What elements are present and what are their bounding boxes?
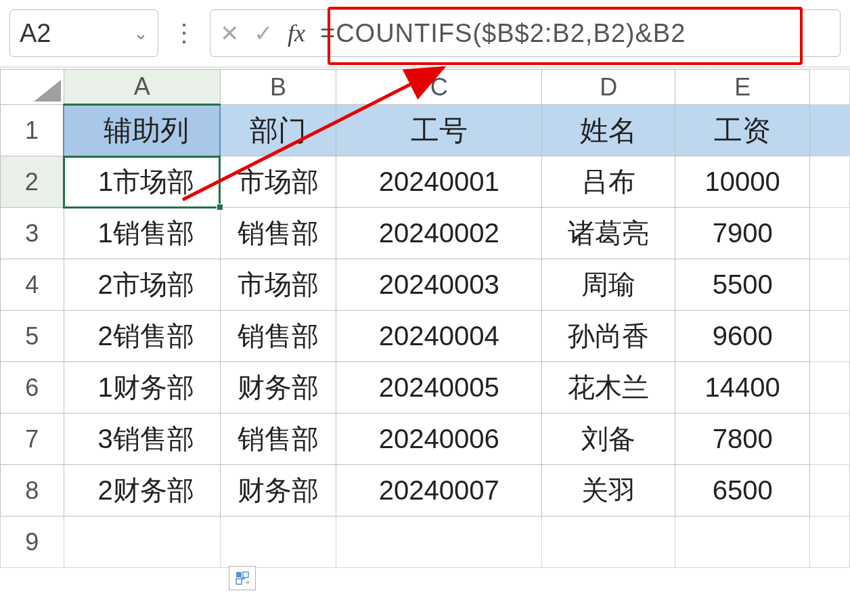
row-header-1[interactable]: 1 bbox=[1, 105, 64, 156]
row-header-5[interactable]: 5 bbox=[1, 311, 64, 362]
cell-C8[interactable]: 20240007 bbox=[336, 465, 542, 516]
cell-B6[interactable]: 财务部 bbox=[220, 362, 336, 414]
cell-D8[interactable]: 关羽 bbox=[542, 465, 675, 516]
cell-A4[interactable]: 2市场部 bbox=[64, 259, 220, 311]
row-header-3[interactable]: 3 bbox=[1, 208, 64, 259]
cell-B4[interactable]: 市场部 bbox=[220, 259, 336, 311]
cell-B2[interactable]: 市场部 bbox=[220, 156, 336, 208]
cell-F4[interactable] bbox=[809, 259, 849, 311]
col-header-C[interactable]: C bbox=[336, 70, 542, 105]
cell-E1[interactable]: 工资 bbox=[675, 105, 809, 156]
col-header-E[interactable]: E bbox=[675, 70, 809, 105]
cell-B8[interactable]: 财务部 bbox=[220, 465, 336, 516]
row-header-2[interactable]: 2 bbox=[1, 156, 64, 208]
cell-C3[interactable]: 20240002 bbox=[336, 208, 542, 259]
cell-C1[interactable]: 工号 bbox=[336, 105, 542, 156]
svg-rect-3 bbox=[243, 572, 248, 577]
cell-D6[interactable]: 花木兰 bbox=[542, 362, 675, 414]
cell-C5[interactable]: 20240004 bbox=[336, 311, 542, 362]
cell-F8[interactable] bbox=[809, 465, 849, 516]
cell-A8[interactable]: 2财务部 bbox=[64, 465, 220, 516]
cell-E2[interactable]: 10000 bbox=[675, 156, 809, 208]
cell-B1[interactable]: 部门 bbox=[220, 105, 336, 156]
cell-E7[interactable]: 7800 bbox=[675, 414, 809, 465]
col-header-F[interactable] bbox=[809, 70, 849, 105]
cell-D9[interactable] bbox=[542, 516, 675, 568]
cell-A1[interactable]: 辅助列 bbox=[64, 105, 220, 156]
autofill-options-button[interactable]: + bbox=[229, 566, 256, 590]
cell-A7[interactable]: 3销售部 bbox=[64, 414, 220, 465]
cell-F1[interactable] bbox=[809, 105, 849, 156]
col-header-D[interactable]: D bbox=[542, 70, 675, 105]
cell-B5[interactable]: 销售部 bbox=[220, 311, 336, 362]
row-header-8[interactable]: 8 bbox=[1, 465, 64, 516]
svg-rect-2 bbox=[236, 572, 242, 577]
cell-C9[interactable] bbox=[336, 516, 542, 568]
formula-text[interactable]: =COUNTIFS($B$2:B2,B2)&B2 bbox=[320, 19, 686, 48]
cell-A9[interactable] bbox=[64, 516, 220, 568]
row-header-9[interactable]: 9 bbox=[1, 516, 64, 568]
col-header-A[interactable]: A bbox=[64, 70, 220, 105]
row-header-6[interactable]: 6 bbox=[1, 362, 64, 414]
cell-D3[interactable]: 诸葛亮 bbox=[542, 208, 675, 259]
chevron-down-icon[interactable]: ⌄ bbox=[133, 23, 148, 44]
cell-F9[interactable] bbox=[809, 516, 849, 568]
menu-dots-icon[interactable]: ⋮ bbox=[169, 19, 199, 47]
cell-A2-value: 1市场部 bbox=[98, 167, 194, 196]
cell-D1[interactable]: 姓名 bbox=[542, 105, 675, 156]
cell-D2[interactable]: 吕布 bbox=[542, 156, 675, 208]
spreadsheet-grid[interactable]: A B C D E 1 辅助列 部门 工号 姓名 工资 2 1市场部 市场部 bbox=[0, 69, 850, 568]
select-all-corner[interactable] bbox=[1, 70, 64, 105]
cell-B9[interactable] bbox=[220, 516, 336, 568]
row-header-4[interactable]: 4 bbox=[1, 259, 64, 311]
svg-rect-4 bbox=[236, 579, 242, 584]
cell-C7[interactable]: 20240006 bbox=[336, 414, 542, 465]
cell-C4[interactable]: 20240003 bbox=[336, 259, 542, 311]
col-header-B[interactable]: B bbox=[220, 70, 336, 105]
cell-D4[interactable]: 周瑜 bbox=[542, 259, 675, 311]
cell-D5[interactable]: 孙尚香 bbox=[542, 311, 675, 362]
cell-F3[interactable] bbox=[809, 208, 849, 259]
cell-A3[interactable]: 1销售部 bbox=[64, 208, 220, 259]
cell-D7[interactable]: 刘备 bbox=[542, 414, 675, 465]
cell-E8[interactable]: 6500 bbox=[675, 465, 809, 516]
row-header-7[interactable]: 7 bbox=[1, 414, 64, 465]
name-box[interactable]: A2 ⌄ bbox=[9, 9, 158, 57]
cell-F6[interactable] bbox=[809, 362, 849, 414]
cell-F2[interactable] bbox=[809, 156, 849, 208]
cell-A5[interactable]: 2销售部 bbox=[64, 311, 220, 362]
accept-icon[interactable]: ✓ bbox=[254, 20, 273, 47]
cancel-icon[interactable]: ✕ bbox=[220, 20, 239, 47]
cell-B7[interactable]: 销售部 bbox=[220, 414, 336, 465]
cell-E5[interactable]: 9600 bbox=[675, 311, 809, 362]
fx-icon[interactable]: fx bbox=[288, 19, 305, 47]
cell-F7[interactable] bbox=[809, 414, 849, 465]
formula-bar[interactable]: ✕ ✓ fx =COUNTIFS($B$2:B2,B2)&B2 bbox=[210, 9, 841, 57]
cell-E6[interactable]: 14400 bbox=[675, 362, 809, 414]
cell-F5[interactable] bbox=[809, 311, 849, 362]
cell-B3[interactable]: 销售部 bbox=[220, 208, 336, 259]
cell-C6[interactable]: 20240005 bbox=[336, 362, 542, 414]
cell-A2[interactable]: 1市场部 bbox=[64, 156, 220, 208]
fill-handle[interactable] bbox=[217, 204, 223, 211]
cell-E9[interactable] bbox=[675, 516, 809, 568]
cell-E4[interactable]: 5500 bbox=[675, 259, 809, 311]
cell-C2[interactable]: 20240001 bbox=[336, 156, 542, 208]
cell-A6[interactable]: 1财务部 bbox=[64, 362, 220, 414]
cell-E3[interactable]: 7900 bbox=[675, 208, 809, 259]
name-box-value: A2 bbox=[20, 19, 51, 48]
svg-text:+: + bbox=[246, 578, 250, 586]
